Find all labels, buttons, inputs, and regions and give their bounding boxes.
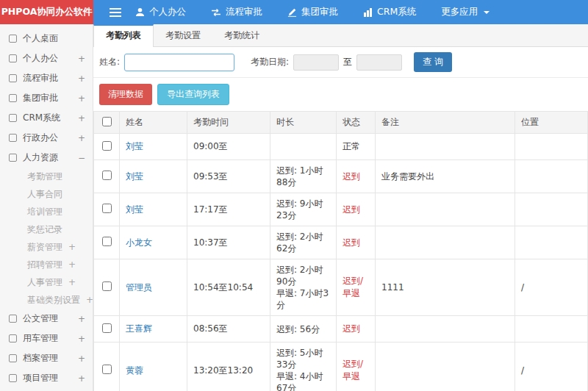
menu-toggle-icon[interactable] (110, 0, 123, 24)
expand-toggle-icon[interactable]: + (68, 277, 76, 287)
tab-label: 考勤统计 (224, 30, 259, 40)
sidebar-item[interactable]: 人事合同 (0, 185, 93, 203)
top-nav-group-approval[interactable]: 集团审批 (275, 0, 351, 24)
sidebar-item-label: 集团审批 (23, 92, 58, 104)
top-nav: 个人办公 流程审批 集团审批 CRM系统 更多应用 (123, 0, 502, 24)
tab-label: 考勤设置 (165, 30, 201, 40)
employee-name-link[interactable]: 刘莹 (126, 204, 143, 215)
employee-name-link[interactable]: 小龙女 (126, 237, 152, 248)
employee-name-link[interactable]: 黄蓉 (126, 365, 143, 376)
status-badge: 迟到 (343, 204, 360, 215)
top-nav-label: 更多应用 (441, 6, 478, 18)
date-to-input[interactable] (356, 54, 402, 71)
attendance-time-cell: 09:00至 (187, 134, 270, 160)
sidebar-item[interactable]: 集团审批 + (0, 88, 93, 108)
row-checkbox[interactable] (102, 204, 112, 213)
tab[interactable]: 考勤统计 (212, 24, 271, 46)
select-all-checkbox[interactable] (102, 117, 112, 126)
sidebar-item[interactable]: 公文管理 + (0, 309, 93, 329)
row-checkbox[interactable] (102, 237, 112, 246)
expand-toggle-icon[interactable]: + (78, 314, 85, 324)
row-checkbox[interactable] (102, 281, 112, 291)
name-filter-input[interactable] (124, 54, 234, 71)
expand-toggle-icon[interactable]: + (78, 354, 85, 364)
row-checkbox[interactable] (102, 365, 112, 374)
top-nav-personal-office[interactable]: 个人办公 (123, 0, 198, 24)
expand-toggle-icon[interactable]: + (68, 259, 76, 270)
table-row: 刘莹 09:00至 正常 (94, 134, 588, 160)
employee-name-link[interactable]: 王喜辉 (126, 323, 152, 334)
sidebar-item[interactable]: 个人桌面 (0, 29, 93, 49)
expand-toggle-icon[interactable]: + (68, 242, 76, 252)
sidebar-item-label: 培训管理 (27, 206, 62, 218)
menu-module-icon (9, 154, 17, 162)
expand-toggle-icon[interactable]: + (78, 334, 85, 344)
col-header-note: 备注 (376, 112, 515, 134)
top-nav-workflow-approval[interactable]: 流程审批 (198, 0, 275, 24)
tab-label: 考勤列表 (106, 30, 141, 40)
tab-bar: 考勤列表 考勤设置 考勤统计 (93, 24, 588, 47)
expand-toggle-icon[interactable]: + (78, 93, 85, 104)
duration-cell: 迟到: 2小时90分 早退: 7小时3分 (270, 259, 337, 316)
duration-cell: 迟到: 56分 (270, 316, 337, 342)
menu-module-icon (9, 94, 17, 102)
top-nav-label: 个人办公 (149, 6, 186, 18)
sidebar-item[interactable]: 流程审批 + (0, 68, 93, 88)
expand-toggle-icon[interactable]: + (78, 373, 85, 384)
duration-cell (270, 134, 337, 160)
note-cell (376, 134, 515, 160)
menu-module-icon (9, 315, 17, 323)
table-header-row: 姓名 考勤时间 时长 状态 备注 位置 (94, 112, 588, 134)
employee-name-link[interactable]: 刘莹 (126, 171, 143, 182)
row-checkbox[interactable] (102, 323, 112, 333)
row-checkbox[interactable] (102, 171, 112, 180)
sidebar-item[interactable]: 档案管理 + (0, 348, 93, 368)
sidebar-item[interactable]: 考勤管理 (0, 168, 93, 185)
sidebar-item[interactable]: 基础类别设置 + (0, 291, 93, 309)
main-content: 考勤列表 考勤设置 考勤统计 姓名: 考勤日期: 至 查 询 清理数据 导出查询… (93, 24, 588, 391)
sidebar-item-label: 流程审批 (23, 72, 58, 85)
employee-name-link[interactable]: 管理员 (126, 282, 152, 293)
search-button[interactable]: 查 询 (414, 52, 452, 72)
sidebar-item[interactable]: 项目管理 + (0, 368, 93, 388)
sidebar-item[interactable]: 人事管理 + (0, 273, 93, 291)
sidebar-item[interactable]: 薪资管理 + (0, 238, 93, 256)
top-nav-more-apps[interactable]: 更多应用 (429, 0, 502, 24)
expand-toggle-icon[interactable]: + (78, 73, 85, 84)
date-from-input[interactable] (293, 54, 339, 71)
sidebar-item[interactable]: 招聘管理 + (0, 256, 93, 273)
menu-module-icon (9, 334, 17, 342)
sidebar-item-label: 公文管理 (23, 312, 58, 325)
sidebar-item[interactable]: 培训管理 (0, 203, 93, 220)
expand-toggle-icon[interactable]: + (78, 133, 85, 143)
sidebar-item[interactable]: 人力资源 − (0, 148, 93, 168)
row-checkbox[interactable] (102, 141, 112, 151)
sidebar-item[interactable]: 行政办公 + (0, 128, 93, 148)
duration-cell: 迟到: 9小时23分 (270, 193, 337, 226)
expand-toggle-icon[interactable]: + (86, 295, 93, 305)
duration-cell: 迟到: 5小时33分 早退: 4小时67分 (270, 342, 337, 391)
sidebar-item-label: 薪资管理 (27, 241, 62, 254)
menu-module-icon (9, 134, 17, 142)
sidebar-item[interactable]: 用车管理 + (0, 329, 93, 348)
expand-toggle-icon[interactable]: + (78, 113, 85, 123)
sidebar-item[interactable]: 个人办公 + (0, 49, 93, 68)
top-nav-label: CRM系统 (377, 6, 416, 18)
top-header: PHPOA协同办公软件 个人办公 流程审批 集团审批 CRM系统 更多应用 (0, 0, 588, 24)
top-nav-crm[interactable]: CRM系统 (351, 0, 429, 24)
menu-module-icon (9, 114, 17, 122)
sidebar-item[interactable]: CRM系统 + (0, 108, 93, 128)
col-header-name: 姓名 (120, 112, 187, 134)
note-cell: 业务需要外出 (376, 160, 515, 193)
expand-toggle-icon[interactable]: + (78, 54, 85, 64)
attendance-time-cell: 17:17至 (187, 193, 270, 226)
export-list-button[interactable]: 导出查询列表 (157, 84, 229, 105)
date-range-to-label: 至 (343, 56, 352, 68)
tab[interactable]: 考勤列表 (93, 24, 154, 47)
expand-toggle-icon[interactable]: − (78, 153, 85, 163)
sidebar-item[interactable]: 奖惩记录 (0, 220, 93, 238)
tab[interactable]: 考勤设置 (154, 24, 212, 46)
employee-name-link[interactable]: 刘莹 (126, 141, 143, 151)
clear-data-button[interactable]: 清理数据 (99, 84, 152, 105)
col-header-time: 考勤时间 (187, 112, 270, 134)
